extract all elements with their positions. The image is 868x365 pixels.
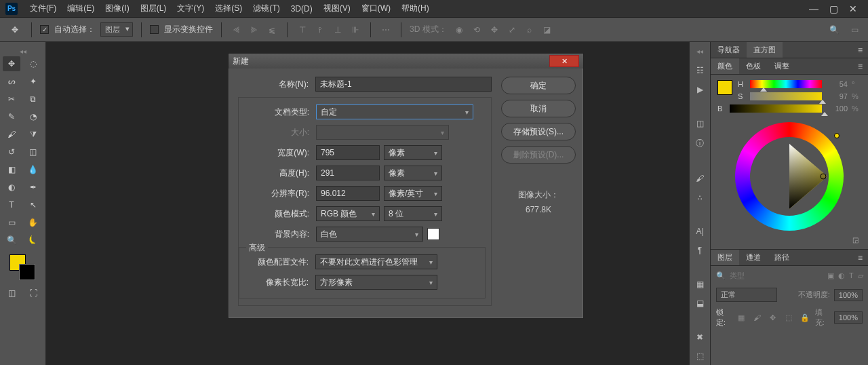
workspace-icon[interactable]: ▭ — [848, 23, 861, 37]
color-wheel[interactable] — [735, 122, 844, 231]
hue-indicator[interactable] — [834, 133, 840, 138]
layer-filter-input[interactable] — [730, 271, 823, 280]
tab-navigator[interactable]: 导航器 — [711, 42, 747, 58]
tab-paths[interactable]: 路径 — [768, 250, 796, 265]
paragraph-panel-icon[interactable]: ¶ — [693, 246, 707, 255]
slice-tool[interactable]: ⧉ — [24, 92, 42, 107]
3d-slide-icon[interactable]: ⤢ — [505, 23, 519, 37]
align-top-icon[interactable]: ⊤ — [296, 23, 309, 37]
tab-adjustments[interactable]: 调整 — [768, 58, 796, 74]
close-icon[interactable]: ✕ — [849, 3, 857, 14]
resolution-input[interactable] — [316, 186, 380, 201]
panel-menu-icon[interactable]: ≡ — [852, 45, 868, 55]
rectangle-tool[interactable]: ▭ — [3, 215, 20, 230]
libs-panel-icon[interactable]: ⬓ — [693, 299, 707, 308]
filter-adjust-icon[interactable]: ◐ — [838, 269, 845, 282]
minimize-icon[interactable]: — — [809, 3, 818, 14]
bg-color-swatch[interactable] — [427, 228, 439, 240]
hue-value[interactable]: 54 — [826, 80, 848, 88]
3d-pan-icon[interactable]: ✥ — [488, 23, 501, 37]
height-input[interactable] — [316, 166, 380, 180]
menu-window[interactable]: 窗口(W) — [356, 3, 396, 14]
bgcontent-select[interactable]: 白色▾ — [316, 227, 423, 242]
menu-edit[interactable]: 编辑(E) — [62, 3, 100, 14]
lasso-tool[interactable]: ᔕ — [3, 74, 20, 89]
menu-image[interactable]: 图像(I) — [100, 3, 134, 14]
properties-panel-icon[interactable]: ◫ — [693, 119, 707, 128]
sat-slider[interactable] — [750, 92, 822, 100]
gradient-tool[interactable]: ◧ — [3, 162, 20, 177]
blur-tool[interactable]: 💧 — [24, 162, 42, 177]
resolution-unit-select[interactable]: 像素/英寸▾ — [384, 186, 442, 201]
cancel-button[interactable]: 取消 — [501, 100, 576, 117]
color-swatch-fg[interactable] — [717, 80, 732, 95]
menu-select[interactable]: 选择(S) — [210, 3, 248, 14]
lock-trans-icon[interactable]: ▦ — [735, 311, 747, 324]
brush-tool[interactable]: 🖌 — [3, 127, 20, 142]
hand-tool[interactable]: ✋ — [24, 215, 42, 230]
auto-select-checkbox[interactable] — [40, 25, 49, 34]
name-input[interactable] — [315, 77, 492, 92]
tab-histogram[interactable]: 直方图 — [747, 42, 783, 58]
move-tool[interactable]: ✥ — [3, 56, 20, 71]
tab-swatches[interactable]: 色板 — [739, 58, 768, 74]
play-panel-icon[interactable]: ▶ — [693, 85, 707, 94]
auto-select-target[interactable]: 图层 — [100, 22, 133, 37]
marquee-tool[interactable]: ◌ — [24, 56, 42, 71]
move-tool-icon[interactable]: ✥ — [7, 22, 23, 38]
bri-slider[interactable] — [730, 104, 822, 113]
3d-panel-icon[interactable]: ⬚ — [693, 351, 707, 361]
background-color[interactable] — [19, 264, 35, 280]
colormode-select[interactable]: RGB 颜色▾ — [316, 206, 380, 221]
dialog-close-button[interactable]: ✕ — [549, 55, 579, 67]
3d-roll-icon[interactable]: ⟲ — [470, 23, 484, 37]
hue-slider[interactable] — [750, 80, 822, 88]
dodge-tool[interactable]: ◐ — [3, 180, 20, 195]
menu-help[interactable]: 帮助(H) — [396, 3, 435, 14]
pixelaspect-select[interactable]: 方形像素▾ — [315, 275, 437, 290]
show-transform-checkbox[interactable] — [150, 25, 159, 34]
3d-zoom-icon[interactable]: ⌕ — [523, 23, 536, 37]
brush-settings-icon[interactable]: ⛬ — [693, 193, 707, 202]
lock-all-icon[interactable]: 🔒 — [799, 311, 811, 324]
char-panel-icon[interactable]: A| — [693, 227, 707, 236]
crop-tool[interactable]: ✂ — [3, 92, 20, 107]
tab-layers[interactable]: 图层 — [711, 250, 739, 265]
menu-type[interactable]: 文字(Y) — [172, 3, 210, 14]
styles-panel-icon[interactable]: ▦ — [693, 280, 707, 289]
align-left-icon[interactable]: ⫷ — [230, 23, 243, 37]
width-input[interactable] — [316, 145, 380, 160]
search-icon[interactable]: 🔍 — [827, 23, 841, 37]
opacity-value[interactable]: 100% — [834, 289, 863, 301]
menu-layer[interactable]: 图层(L) — [135, 3, 172, 14]
maximize-icon[interactable]: ▢ — [829, 3, 838, 14]
filter-shape-icon[interactable]: ▱ — [858, 269, 863, 282]
filter-image-icon[interactable]: ▣ — [827, 269, 834, 282]
eyedropper-tool[interactable]: ✎ — [3, 109, 20, 124]
zoom-tool[interactable]: 🔍 — [3, 233, 20, 248]
colorprofile-select[interactable]: 不要对此文档进行色彩管理▾ — [315, 254, 437, 269]
lock-image-icon[interactable]: 🖌 — [751, 311, 764, 324]
more-icon[interactable]: ⋯ — [379, 23, 393, 37]
filter-type-icon[interactable]: T — [849, 269, 854, 282]
panel-menu-icon[interactable]: ≡ — [852, 253, 868, 263]
healing-tool[interactable]: ◔ — [24, 109, 42, 124]
screenmode-tool[interactable]: ⛶ — [24, 286, 42, 301]
bri-value[interactable]: 100 — [826, 104, 848, 113]
expand-icon[interactable]: ◲ — [717, 236, 861, 244]
collapse-icon[interactable]: ◂◂ — [696, 46, 703, 56]
type-tool[interactable]: T — [3, 197, 20, 212]
3d-camera-icon[interactable]: ◪ — [540, 23, 554, 37]
menu-file[interactable]: 文件(F) — [24, 3, 62, 14]
collapse-icon[interactable]: ◂◂ — [3, 46, 43, 56]
tab-color[interactable]: 颜色 — [711, 58, 739, 74]
distribute-icon[interactable]: ⊪ — [349, 23, 362, 37]
history-brush-tool[interactable]: ↺ — [3, 145, 20, 159]
align-hcenter-icon[interactable]: ⫸ — [248, 23, 261, 37]
ok-button[interactable]: 确定 — [501, 77, 576, 94]
save-preset-button[interactable]: 存储预设(S)... — [501, 123, 576, 140]
menu-filter[interactable]: 滤镜(T) — [248, 3, 285, 14]
width-unit-select[interactable]: 像素▾ — [384, 145, 442, 160]
tab-channels[interactable]: 通道 — [739, 250, 768, 265]
stamp-tool[interactable]: ⧩ — [24, 127, 42, 142]
